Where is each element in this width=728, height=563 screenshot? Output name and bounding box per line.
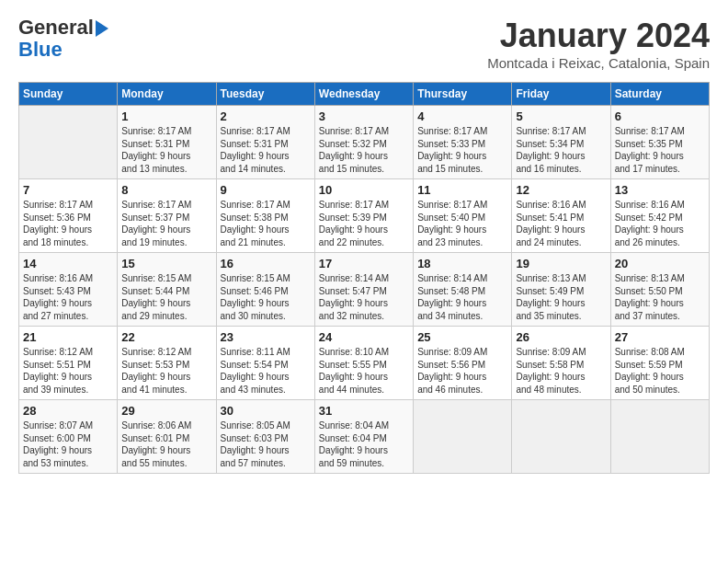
day-info: Sunrise: 8:08 AMSunset: 5:59 PMDaylight:… [615,346,705,396]
day-info: Sunrise: 8:17 AMSunset: 5:39 PMDaylight:… [319,199,409,248]
day-number: 28 [23,404,113,418]
day-number: 1 [121,109,211,123]
weekday-header-cell: Wednesday [314,83,413,106]
calendar-day-cell: 3Sunrise: 8:17 AMSunset: 5:32 PMDaylight… [314,106,413,179]
day-info: Sunrise: 8:15 AMSunset: 5:46 PMDaylight:… [221,272,311,322]
day-info: Sunrise: 8:17 AMSunset: 5:33 PMDaylight:… [417,125,507,175]
day-number: 29 [121,404,211,418]
calendar-day-cell: 24Sunrise: 8:10 AMSunset: 5:55 PMDayligh… [314,327,413,400]
calendar-day-cell: 25Sunrise: 8:09 AMSunset: 5:56 PMDayligh… [414,327,512,400]
calendar-day-cell: 17Sunrise: 8:14 AMSunset: 5:47 PMDayligh… [314,253,413,327]
weekday-header-cell: Monday [118,83,216,106]
calendar-week-row: 28Sunrise: 8:07 AMSunset: 6:00 PMDayligh… [19,400,710,474]
day-number: 2 [221,109,311,123]
day-info: Sunrise: 8:17 AMSunset: 5:40 PMDaylight:… [417,199,507,248]
day-info: Sunrise: 8:17 AMSunset: 5:37 PMDaylight:… [121,199,211,248]
calendar-day-cell: 4Sunrise: 8:17 AMSunset: 5:33 PMDaylight… [414,106,512,179]
day-info: Sunrise: 8:11 AMSunset: 5:54 PMDaylight:… [221,346,311,396]
day-info: Sunrise: 8:13 AMSunset: 5:50 PMDaylight:… [615,272,705,322]
day-number: 4 [417,109,507,123]
calendar-day-cell: 8Sunrise: 8:17 AMSunset: 5:37 PMDaylight… [118,179,216,253]
weekday-header-row: SundayMondayTuesdayWednesdayThursdayFrid… [19,83,710,106]
calendar-week-row: 7Sunrise: 8:17 AMSunset: 5:36 PMDaylight… [19,179,710,253]
day-number: 16 [221,257,311,270]
day-info: Sunrise: 8:13 AMSunset: 5:49 PMDaylight:… [516,272,606,322]
day-number: 3 [319,109,409,123]
day-number: 18 [417,257,507,270]
logo: General Blue [18,17,108,61]
day-info: Sunrise: 8:09 AMSunset: 5:56 PMDaylight:… [417,346,507,396]
day-number: 6 [615,109,705,123]
day-number: 17 [319,257,409,270]
day-number: 21 [23,330,113,344]
day-number: 25 [417,330,507,344]
logo-blue: Blue [18,39,108,61]
day-info: Sunrise: 8:16 AMSunset: 5:41 PMDaylight:… [516,199,606,248]
calendar-container: General Blue January 2024 Montcada i Rei… [0,0,728,483]
logo-text: General Blue [18,17,108,61]
logo-general: General [18,16,94,39]
calendar-day-cell: 30Sunrise: 8:05 AMSunset: 6:03 PMDayligh… [216,400,314,474]
day-info: Sunrise: 8:12 AMSunset: 5:51 PMDaylight:… [23,346,113,396]
day-info: Sunrise: 8:12 AMSunset: 5:53 PMDaylight:… [121,346,211,396]
calendar-day-cell: 10Sunrise: 8:17 AMSunset: 5:39 PMDayligh… [314,179,413,253]
day-info: Sunrise: 8:14 AMSunset: 5:47 PMDaylight:… [319,272,409,322]
calendar-day-cell [19,106,118,179]
day-info: Sunrise: 8:16 AMSunset: 5:42 PMDaylight:… [615,199,705,248]
day-info: Sunrise: 8:17 AMSunset: 5:35 PMDaylight:… [615,125,705,175]
day-info: Sunrise: 8:17 AMSunset: 5:36 PMDaylight:… [23,199,113,248]
calendar-day-cell: 20Sunrise: 8:13 AMSunset: 5:50 PMDayligh… [610,253,709,327]
calendar-day-cell: 31Sunrise: 8:04 AMSunset: 6:04 PMDayligh… [314,400,413,474]
calendar-day-cell: 5Sunrise: 8:17 AMSunset: 5:34 PMDaylight… [512,106,610,179]
calendar-week-row: 14Sunrise: 8:16 AMSunset: 5:43 PMDayligh… [19,253,710,327]
location: Montcada i Reixac, Catalonia, Spain [487,55,710,71]
day-number: 20 [615,257,705,270]
day-number: 19 [516,257,606,270]
weekday-header-cell: Thursday [414,83,512,106]
day-info: Sunrise: 8:06 AMSunset: 6:01 PMDaylight:… [121,419,211,469]
day-number: 15 [121,257,211,270]
day-number: 10 [319,183,409,197]
calendar-day-cell: 15Sunrise: 8:15 AMSunset: 5:44 PMDayligh… [118,253,216,327]
title-block: January 2024 Montcada i Reixac, Cataloni… [487,17,710,71]
day-number: 9 [221,183,311,197]
calendar-day-cell: 13Sunrise: 8:16 AMSunset: 5:42 PMDayligh… [610,179,709,253]
day-number: 7 [23,183,113,197]
day-number: 23 [221,330,311,344]
day-info: Sunrise: 8:17 AMSunset: 5:31 PMDaylight:… [221,125,311,175]
calendar-day-cell: 12Sunrise: 8:16 AMSunset: 5:41 PMDayligh… [512,179,610,253]
calendar-day-cell: 18Sunrise: 8:14 AMSunset: 5:48 PMDayligh… [414,253,512,327]
calendar-day-cell [610,400,709,474]
calendar-day-cell [512,400,610,474]
day-info: Sunrise: 8:05 AMSunset: 6:03 PMDaylight:… [221,419,311,469]
calendar-day-cell: 1Sunrise: 8:17 AMSunset: 5:31 PMDaylight… [118,106,216,179]
weekday-header-cell: Friday [512,83,610,106]
calendar-day-cell: 22Sunrise: 8:12 AMSunset: 5:53 PMDayligh… [118,327,216,400]
day-number: 31 [319,404,409,418]
calendar-week-row: 1Sunrise: 8:17 AMSunset: 5:31 PMDaylight… [19,106,710,179]
weekday-header-cell: Tuesday [216,83,314,106]
weekday-header-cell: Saturday [610,83,709,106]
calendar-day-cell: 6Sunrise: 8:17 AMSunset: 5:35 PMDaylight… [610,106,709,179]
day-info: Sunrise: 8:17 AMSunset: 5:34 PMDaylight:… [516,125,606,175]
day-info: Sunrise: 8:15 AMSunset: 5:44 PMDaylight:… [121,272,211,322]
day-number: 26 [516,330,606,344]
calendar-day-cell: 2Sunrise: 8:17 AMSunset: 5:31 PMDaylight… [216,106,314,179]
day-number: 14 [23,257,113,270]
day-number: 12 [516,183,606,197]
day-number: 11 [417,183,507,197]
day-number: 24 [319,330,409,344]
day-info: Sunrise: 8:17 AMSunset: 5:31 PMDaylight:… [121,125,211,175]
calendar-day-cell: 7Sunrise: 8:17 AMSunset: 5:36 PMDaylight… [19,179,118,253]
day-number: 22 [121,330,211,344]
logo-arrow-icon [96,20,108,37]
calendar-day-cell: 23Sunrise: 8:11 AMSunset: 5:54 PMDayligh… [216,327,314,400]
day-number: 8 [121,183,211,197]
day-info: Sunrise: 8:17 AMSunset: 5:38 PMDaylight:… [221,199,311,248]
calendar-day-cell: 29Sunrise: 8:06 AMSunset: 6:01 PMDayligh… [118,400,216,474]
calendar-day-cell: 27Sunrise: 8:08 AMSunset: 5:59 PMDayligh… [610,327,709,400]
day-number: 5 [516,109,606,123]
calendar-header: General Blue January 2024 Montcada i Rei… [18,17,710,71]
day-info: Sunrise: 8:14 AMSunset: 5:48 PMDaylight:… [417,272,507,322]
calendar-day-cell: 9Sunrise: 8:17 AMSunset: 5:38 PMDaylight… [216,179,314,253]
